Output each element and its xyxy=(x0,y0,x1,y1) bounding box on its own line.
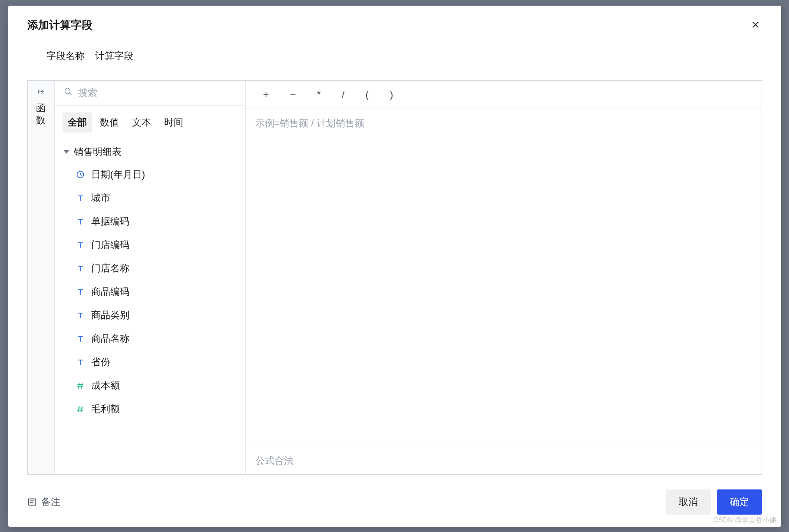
filter-tab-number[interactable]: 数值 xyxy=(95,112,124,132)
filter-tab-time[interactable]: 时间 xyxy=(159,112,188,132)
watermark: CSDN @李昊哲小课 xyxy=(713,516,776,525)
op-minus[interactable]: − xyxy=(290,89,296,101)
svg-line-28 xyxy=(81,406,82,412)
filter-tabs: 全部 数值 文本 时间 xyxy=(55,106,245,137)
field-item[interactable]: 门店编码 xyxy=(63,233,245,257)
filter-tab-all[interactable]: 全部 xyxy=(63,112,92,132)
tree-group-label: 销售明细表 xyxy=(74,145,122,159)
field-item[interactable]: 城市 xyxy=(63,186,245,210)
tree-group-sales-detail[interactable]: 销售明细表 xyxy=(63,141,245,163)
search-icon xyxy=(63,87,73,99)
remark-button[interactable]: 备注 xyxy=(27,496,60,509)
field-label: 日期(年月日) xyxy=(91,168,145,181)
field-item[interactable]: 日期(年月日) xyxy=(63,163,245,186)
field-item[interactable]: 毛利额 xyxy=(63,397,245,421)
fields-panel: 全部 数值 文本 时间 销售明细表 日期(年月日)城市单据编码门店编码门店名称商… xyxy=(55,81,246,474)
field-label: 门店编码 xyxy=(91,238,129,251)
text-type-icon xyxy=(76,287,85,297)
op-divide[interactable]: / xyxy=(342,89,345,101)
field-name-value[interactable]: 计算字段 xyxy=(95,50,133,63)
op-lparen[interactable]: ( xyxy=(366,89,369,101)
op-plus[interactable]: + xyxy=(263,89,269,101)
text-type-icon xyxy=(76,193,85,203)
text-type-icon xyxy=(76,240,85,250)
number-type-icon xyxy=(76,404,85,414)
field-item[interactable]: 成本额 xyxy=(63,374,245,397)
field-tree[interactable]: 销售明细表 日期(年月日)城市单据编码门店编码门店名称商品编码商品类别商品名称省… xyxy=(55,137,245,474)
op-rparen[interactable]: ) xyxy=(390,89,393,101)
modal-footer: 备注 取消 确定 xyxy=(8,480,781,527)
formula-input[interactable] xyxy=(255,117,752,439)
field-label: 门店名称 xyxy=(91,262,129,275)
modal-title: 添加计算字段 xyxy=(27,18,92,32)
text-type-icon xyxy=(76,357,85,367)
field-item[interactable]: 门店名称 xyxy=(63,257,245,280)
svg-line-5 xyxy=(69,93,71,94)
formula-editor-wrap xyxy=(246,109,762,447)
field-item[interactable]: 商品类别 xyxy=(63,304,245,327)
field-label: 商品编码 xyxy=(91,285,129,298)
formula-status: 公式合法 xyxy=(246,447,762,474)
search-input[interactable] xyxy=(78,87,237,99)
remark-label: 备注 xyxy=(41,496,60,509)
svg-line-23 xyxy=(78,383,79,388)
tab-start-icon[interactable] xyxy=(37,88,45,98)
footer-buttons: 取消 确定 xyxy=(666,489,762,515)
sidebar: 函数 xyxy=(28,81,55,474)
modal-header: 添加计算字段 xyxy=(8,6,781,43)
cancel-button[interactable]: 取消 xyxy=(666,489,711,515)
sidebar-tab-functions[interactable]: 函数 xyxy=(36,102,46,127)
field-label: 城市 xyxy=(91,192,110,205)
field-name-row: 字段名称 计算字段 xyxy=(27,43,762,68)
workspace: 函数 全部 数值 文本 时间 销售明细表 日期(年月日)城市 xyxy=(27,80,762,475)
add-calc-field-modal: 添加计算字段 字段名称 计算字段 函数 全部 数值 文本 xyxy=(8,6,781,527)
svg-line-24 xyxy=(81,383,82,388)
field-label: 单据编码 xyxy=(91,215,129,228)
filter-tab-text[interactable]: 文本 xyxy=(127,112,156,132)
operator-toolbar: + − * / ( ) xyxy=(246,81,762,109)
caret-down-icon xyxy=(63,150,69,154)
field-label: 商品类别 xyxy=(91,309,129,322)
op-multiply[interactable]: * xyxy=(317,89,321,101)
field-item[interactable]: 单据编码 xyxy=(63,210,245,233)
number-type-icon xyxy=(76,381,85,390)
text-type-icon xyxy=(76,264,85,273)
formula-panel: + − * / ( ) 公式合法 xyxy=(246,81,762,474)
close-icon xyxy=(751,20,760,30)
svg-point-4 xyxy=(65,88,70,93)
text-type-icon xyxy=(76,217,85,226)
search-row xyxy=(55,81,245,106)
field-name-label: 字段名称 xyxy=(46,50,85,63)
field-label: 省份 xyxy=(91,356,110,369)
remark-icon xyxy=(27,497,37,507)
text-type-icon xyxy=(76,334,85,344)
field-item[interactable]: 省份 xyxy=(63,350,245,374)
field-label: 商品名称 xyxy=(91,332,129,345)
clock-icon xyxy=(76,170,85,179)
text-type-icon xyxy=(76,311,85,320)
ok-button[interactable]: 确定 xyxy=(717,489,762,515)
close-button[interactable] xyxy=(749,18,762,31)
field-label: 毛利额 xyxy=(91,403,120,416)
field-item[interactable]: 商品编码 xyxy=(63,280,245,304)
field-label: 成本额 xyxy=(91,379,120,392)
svg-line-27 xyxy=(78,406,79,412)
field-item[interactable]: 商品名称 xyxy=(63,327,245,350)
